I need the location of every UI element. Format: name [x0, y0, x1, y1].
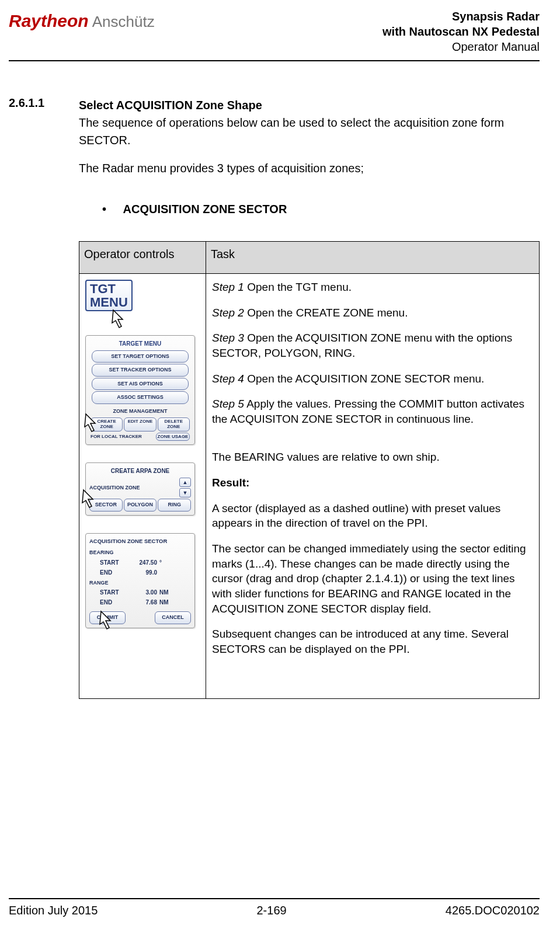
- bearing-start-row[interactable]: START 247.50 °: [88, 558, 192, 568]
- result-para-2: The sector can be changed immediately us…: [212, 541, 533, 616]
- set-target-options-button[interactable]: SET TARGET OPTIONS: [92, 350, 189, 363]
- cursor-arrow-icon: [96, 609, 120, 635]
- step-4: Step 4 Open the ACQUISITION ZONE SECTOR …: [212, 371, 533, 387]
- spinner-down-button[interactable]: ▼: [179, 488, 191, 497]
- step-5: Step 5 Apply the values. Pressing the CO…: [212, 396, 533, 426]
- page-header: RaytheonAnschütz Synapsis Radar with Nau…: [9, 9, 540, 54]
- tgt-menu-line1: TGT: [90, 281, 116, 296]
- set-tracker-options-button[interactable]: SET TRACKER OPTIONS: [92, 364, 189, 377]
- footer-page-number: 2-169: [256, 904, 286, 917]
- operator-controls-cell: TGT MENU TARGET MENU SET TARGET OPTIONS: [79, 274, 206, 699]
- bearing-note: The BEARING values are relative to own s…: [212, 450, 533, 465]
- assoc-settings-button[interactable]: ASSOC SETTINGS: [92, 391, 189, 404]
- footer-edition: Edition July 2015: [9, 904, 98, 917]
- range-start-unit: NM: [157, 588, 176, 597]
- svg-marker-0: [112, 310, 123, 328]
- operator-task-table: Operator controls Task TGT MENU: [79, 241, 540, 699]
- edit-zone-button[interactable]: EDIT ZONE: [124, 417, 156, 432]
- doc-title-line3: Operator Manual: [382, 39, 540, 54]
- polygon-button[interactable]: POLYGON: [124, 499, 157, 512]
- doc-title-line1: Synapsis Radar: [382, 9, 540, 24]
- col-head-operator-controls: Operator controls: [79, 242, 206, 274]
- header-rule: [9, 60, 540, 61]
- bullet-item: • ACQUISITION ZONE SECTOR: [102, 200, 540, 218]
- bearing-end-label: END: [100, 568, 129, 577]
- cursor-arrow-icon: [81, 412, 105, 440]
- tgt-menu-button[interactable]: TGT MENU: [85, 280, 133, 311]
- result-para-3: Subsequent changes can be introduced at …: [212, 627, 533, 656]
- step-3: Step 3 Open the ACQUISITION ZONE menu wi…: [212, 330, 533, 360]
- target-menu-panel: TARGET MENU SET TARGET OPTIONS SET TRACK…: [85, 335, 195, 446]
- cursor-arrow-icon: [109, 308, 132, 336]
- delete-zone-button[interactable]: DELETE ZONE: [158, 417, 190, 432]
- bearing-start-value: 247.50: [129, 558, 157, 567]
- range-start-row[interactable]: START 3.00 NM: [88, 588, 192, 598]
- range-group-label: RANGE: [88, 578, 192, 589]
- bearing-start-unit: °: [157, 558, 176, 567]
- range-start-label: START: [100, 588, 129, 597]
- bearing-end-value: 99.0: [129, 568, 157, 577]
- section-para-2: The Radar menu provides 3 types of acqui…: [79, 159, 540, 177]
- logo-primary: Raytheon: [9, 11, 89, 30]
- section-number: 2.6.1.1: [9, 96, 61, 699]
- col-head-task: Task: [206, 242, 540, 274]
- svg-marker-3: [100, 611, 110, 629]
- doc-title-line2: with Nautoscan NX Pedestal: [382, 24, 540, 39]
- cancel-button[interactable]: CANCEL: [155, 611, 191, 624]
- result-heading: Result:: [212, 475, 533, 490]
- svg-marker-2: [82, 490, 93, 507]
- result-para-1: A sector (displayed as a dashed outline)…: [212, 501, 533, 531]
- logo-secondary: Anschütz: [92, 13, 155, 30]
- target-menu-title: TARGET MENU: [88, 338, 192, 349]
- spinner-up-button[interactable]: ▲: [179, 478, 191, 487]
- range-end-value: 7.68: [129, 598, 157, 607]
- step-1: Step 1 Open the TGT menu.: [212, 280, 533, 295]
- bearing-group-label: BEARING: [88, 548, 192, 558]
- svg-marker-1: [85, 414, 95, 432]
- bullet-text: ACQUISITION ZONE SECTOR: [123, 203, 287, 215]
- range-end-unit: NM: [157, 598, 176, 607]
- footer-rule: [9, 898, 540, 899]
- zone-usage-button[interactable]: ZONE USAGE: [156, 433, 190, 441]
- range-end-label: END: [100, 598, 129, 607]
- bullet-dot-icon: •: [102, 200, 120, 218]
- acquisition-zone-sector-panel: ACQUISITION ZONE SECTOR BEARING START 24…: [85, 533, 195, 628]
- page-footer: Edition July 2015 2-169 4265.DOC020102: [9, 893, 540, 918]
- sector-panel-title: ACQUISITION ZONE SECTOR: [88, 536, 192, 548]
- task-cell: Step 1 Open the TGT menu. Step 2 Open th…: [206, 274, 540, 699]
- brand-logo: RaytheonAnschütz: [9, 11, 155, 31]
- document-title-block: Synapsis Radar with Nautoscan NX Pedesta…: [382, 9, 540, 54]
- range-start-value: 3.00: [129, 588, 157, 597]
- acquisition-zone-label: ACQUISITION ZONE: [89, 484, 177, 492]
- section-para-1: The sequence of operations below can be …: [79, 114, 540, 149]
- create-arpa-zone-panel: CREATE ARPA ZONE ACQUISITION ZONE ▲ ▼ SE…: [85, 462, 195, 516]
- bearing-end-unit: [157, 568, 176, 577]
- set-ais-options-button[interactable]: SET AIS OPTIONS: [92, 378, 189, 391]
- cursor-arrow-icon: [79, 488, 102, 516]
- range-end-row[interactable]: END 7.68 NM: [88, 598, 192, 608]
- section-title: Select ACQUISITION Zone Shape: [79, 96, 540, 114]
- bearing-start-label: START: [100, 558, 129, 567]
- step-2: Step 2 Open the CREATE ZONE menu.: [212, 305, 533, 321]
- create-arpa-zone-title: CREATE ARPA ZONE: [88, 465, 192, 476]
- bearing-end-row[interactable]: END 99.0: [88, 568, 192, 578]
- footer-doc-id: 4265.DOC020102: [446, 904, 540, 917]
- ring-button[interactable]: RING: [158, 499, 191, 512]
